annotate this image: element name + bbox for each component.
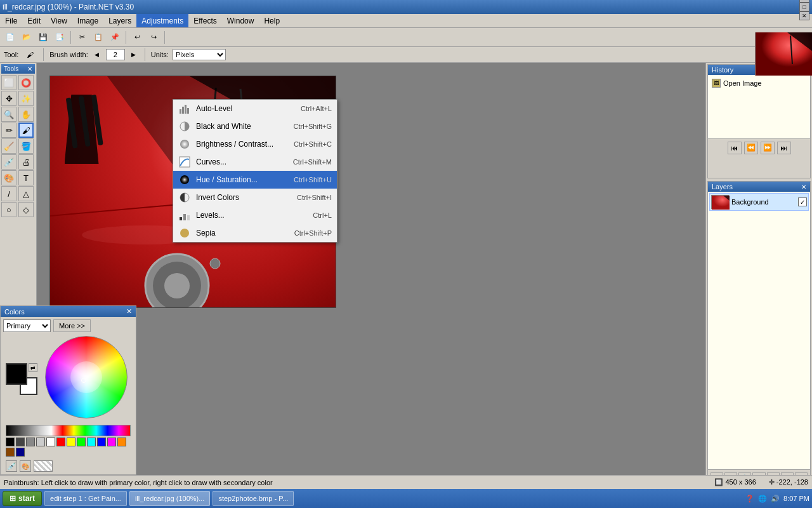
taskbar-item-2[interactable]: step2photoe.bmp - P... xyxy=(213,491,294,506)
tool-recolor[interactable]: 🎨 xyxy=(1,170,16,185)
toolbox-close[interactable]: ✕ xyxy=(27,65,32,72)
tool-ellipse[interactable]: ○ xyxy=(1,202,16,217)
paste-button[interactable]: 📌 xyxy=(107,30,122,45)
transparency-icon[interactable] xyxy=(34,460,53,472)
toolbox-label: Tools xyxy=(4,65,18,72)
swatch-white[interactable] xyxy=(46,438,55,446)
history-redo-button[interactable]: ⏩ xyxy=(761,142,775,154)
swatch-yellow[interactable] xyxy=(67,438,75,446)
units-select[interactable]: Pixels Inches Centimeters Percentages xyxy=(173,49,226,60)
swap-colors-button[interactable]: ⇄ xyxy=(29,363,37,372)
tool-shapes[interactable]: △ xyxy=(18,186,34,201)
taskbar-item-0[interactable]: edit step 1 : Get Pain... xyxy=(44,491,127,506)
tool-pan[interactable]: ✋ xyxy=(18,107,34,122)
tool-lasso[interactable]: ⭕ xyxy=(18,75,34,90)
menu-black-white[interactable]: Black and White Ctrl+Shift+G xyxy=(173,117,337,135)
taskbar-item-1[interactable]: ill_redcar.jpg (100%)... xyxy=(129,491,210,506)
menu-auto-level[interactable]: Auto-Level Ctrl+Alt+L xyxy=(173,100,337,117)
history-last-button[interactable]: ⏭ xyxy=(777,142,791,154)
tool-magic-wand[interactable]: ✨ xyxy=(18,91,34,106)
menu-effects[interactable]: Effects xyxy=(188,14,221,27)
canvas-area[interactable]: Auto-Level Ctrl+Alt+L Black and White Ct… xyxy=(37,63,705,489)
layers-close-button[interactable]: ✕ xyxy=(801,184,806,190)
color-wheel[interactable] xyxy=(45,336,128,418)
history-label: History xyxy=(712,66,733,74)
tool-eraser[interactable]: 🧹 xyxy=(1,138,16,154)
menu-curves[interactable]: Curves... Ctrl+Shift+M xyxy=(173,153,337,171)
tool-freeform[interactable]: ◇ xyxy=(18,202,34,217)
tool-rectangle-select[interactable]: ⬜ xyxy=(1,75,16,90)
color-picker-icon[interactable]: 💉 xyxy=(6,460,17,472)
history-item[interactable]: 🖼 Open Image xyxy=(710,77,808,89)
layer-background[interactable]: Background ✓ xyxy=(709,193,809,211)
tool-fill[interactable]: 🪣 xyxy=(18,138,34,154)
menu-sepia[interactable]: Sepia Ctrl+Shift+P xyxy=(173,224,337,242)
swatch-darkblue[interactable] xyxy=(16,448,25,457)
colors-close-button[interactable]: ✕ xyxy=(126,307,132,316)
save-button[interactable]: 💾 xyxy=(36,30,51,45)
close-button[interactable]: ✕ xyxy=(799,11,809,20)
swatch-green[interactable] xyxy=(77,438,86,446)
menu-help[interactable]: Help xyxy=(259,14,285,27)
history-first-button[interactable]: ⏮ xyxy=(728,142,742,154)
copy-button[interactable]: 📋 xyxy=(91,30,106,45)
open-button[interactable]: 📂 xyxy=(19,30,34,45)
redo-button[interactable]: ↪ xyxy=(146,30,161,45)
menu-edit[interactable]: Edit xyxy=(22,14,46,27)
tool-zoom[interactable]: 🔍 xyxy=(1,107,16,122)
more-colors-button[interactable]: More >> xyxy=(53,319,91,332)
swatch-lightgray[interactable] xyxy=(36,438,45,446)
swatch-red[interactable] xyxy=(56,438,65,446)
maximize-button[interactable]: □ xyxy=(799,3,809,11)
swatch-orange[interactable] xyxy=(117,438,126,446)
swatch-magenta[interactable] xyxy=(107,438,116,446)
coords-label: ✛ xyxy=(769,478,776,486)
taskbar-clock: 8:07 PM xyxy=(783,495,809,502)
palette-icon[interactable]: 🎨 xyxy=(20,460,31,472)
tool-pencil[interactable]: ✏ xyxy=(1,123,16,138)
tool-clone[interactable]: 🖨 xyxy=(18,154,34,170)
color-wheel-container xyxy=(45,336,128,418)
taskbar-help-icon[interactable]: ❓ xyxy=(745,495,754,503)
color-palette-strip[interactable] xyxy=(6,425,131,436)
menu-invert-colors[interactable]: Invert Colors Ctrl+Shift+I xyxy=(173,189,337,206)
tool-icon[interactable]: 🖌 xyxy=(22,47,37,62)
new-button[interactable]: 📄 xyxy=(3,30,18,45)
history-content: 🖼 Open Image xyxy=(708,75,810,138)
swatch-brown[interactable] xyxy=(6,448,15,457)
layer-visibility-check[interactable]: ✓ xyxy=(798,197,807,206)
menu-layers[interactable]: Layers xyxy=(103,14,136,27)
undo-button[interactable]: ↩ xyxy=(129,30,145,45)
brush-width-increase[interactable]: ▶ xyxy=(129,50,139,60)
brush-width-input[interactable] xyxy=(106,49,125,60)
menu-window[interactable]: Window xyxy=(222,14,259,27)
tool-line[interactable]: / xyxy=(1,186,16,201)
svg-rect-24 xyxy=(183,214,186,220)
brush-width-decrease[interactable]: ◀ xyxy=(92,50,102,60)
curves-icon xyxy=(178,156,191,168)
swatch-darkgray[interactable] xyxy=(16,438,25,446)
swatch-blue[interactable] xyxy=(97,438,106,446)
start-button[interactable]: ⊞ start xyxy=(3,491,42,506)
curves-shortcut: Ctrl+Shift+M xyxy=(293,158,332,166)
menu-hue-saturation[interactable]: Hue / Saturation... Ctrl+Shift+U xyxy=(173,171,337,189)
swatch-gray[interactable] xyxy=(26,438,35,446)
history-undo-button[interactable]: ⏪ xyxy=(744,142,758,154)
tool-color-pick[interactable]: 💉 xyxy=(1,154,16,170)
tool-brush[interactable]: 🖌 xyxy=(18,123,34,138)
menu-view[interactable]: View xyxy=(46,14,72,27)
swatch-cyan[interactable] xyxy=(87,438,96,446)
menu-file[interactable]: File xyxy=(0,14,22,27)
tool-text[interactable]: T xyxy=(18,170,34,185)
primary-color-swatch[interactable] xyxy=(6,363,27,385)
save-all-button[interactable]: 📑 xyxy=(52,30,67,45)
colors-mode-select[interactable]: Primary Secondary xyxy=(3,319,51,332)
menu-levels[interactable]: Levels... Ctrl+L xyxy=(173,206,337,224)
menu-brightness-contrast[interactable]: Brightness / Contrast... Ctrl+Shift+C xyxy=(173,135,337,153)
tool-move[interactable]: ✥ xyxy=(1,91,16,106)
menu-adjustments[interactable]: Adjustments xyxy=(136,14,188,27)
start-label: start xyxy=(18,494,35,503)
swatch-black[interactable] xyxy=(6,438,15,446)
menu-image[interactable]: Image xyxy=(72,14,103,27)
cut-button[interactable]: ✂ xyxy=(74,30,89,45)
